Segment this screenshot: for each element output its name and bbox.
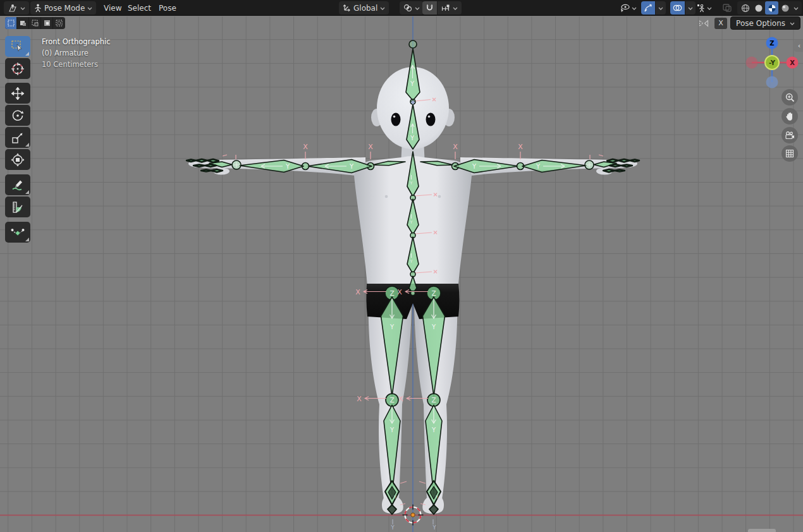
svg-text:Z: Z bbox=[389, 289, 394, 297]
select-mode-set[interactable] bbox=[5, 17, 17, 29]
snap-settings-dropdown[interactable] bbox=[438, 1, 462, 15]
wireframe-globe-icon bbox=[741, 4, 750, 13]
svg-text:Y: Y bbox=[285, 163, 290, 170]
tool-measure[interactable] bbox=[5, 196, 30, 217]
move-icon bbox=[11, 87, 24, 100]
sidebar-toggle[interactable]: ‹ bbox=[794, 40, 803, 52]
select-box-icon bbox=[11, 40, 24, 52]
menu-select[interactable]: Select bbox=[123, 1, 156, 15]
menu-pose[interactable]: Pose bbox=[154, 1, 181, 15]
cursor-3d[interactable] bbox=[403, 505, 424, 526]
pivot-icon bbox=[403, 4, 412, 12]
svg-text:X: X bbox=[453, 143, 458, 151]
magnifier-icon bbox=[785, 93, 795, 102]
active-object: (0) Armature bbox=[42, 47, 111, 59]
select-mode-extend[interactable] bbox=[17, 17, 29, 29]
editor-type-button[interactable] bbox=[4, 1, 29, 15]
xray-icon bbox=[722, 3, 732, 13]
snapping-group bbox=[422, 1, 462, 15]
camera-view-button[interactable] bbox=[782, 127, 798, 143]
pivot-point-dropdown[interactable] bbox=[400, 1, 424, 15]
svg-text:X: X bbox=[355, 288, 360, 296]
svg-text:Y: Y bbox=[536, 163, 541, 170]
tool-rotate[interactable] bbox=[5, 105, 30, 126]
tool-annotate[interactable] bbox=[5, 174, 30, 195]
svg-text:Y: Y bbox=[389, 426, 395, 433]
show-overlays-toggle[interactable] bbox=[670, 1, 685, 15]
solid-sphere-icon bbox=[754, 4, 763, 13]
editor-3d-viewport-icon bbox=[8, 4, 18, 13]
tool-scale[interactable] bbox=[5, 127, 30, 148]
transform-orientation-dropdown[interactable]: Global bbox=[339, 1, 389, 15]
measure-icon bbox=[11, 201, 24, 214]
pan-button[interactable] bbox=[782, 108, 798, 124]
shading-solid-button[interactable] bbox=[752, 1, 765, 15]
tool-cursor[interactable] bbox=[5, 58, 30, 79]
snap-toggle-button[interactable] bbox=[422, 1, 437, 15]
svg-text:X: X bbox=[357, 395, 362, 403]
view-name: Front Orthographic bbox=[42, 36, 111, 47]
transform-icon bbox=[11, 153, 25, 167]
svg-text:X: X bbox=[397, 288, 402, 296]
gizmo-z-label: Z bbox=[769, 40, 774, 47]
mirror-x-toggle[interactable]: X bbox=[714, 18, 727, 29]
gizmo-dropdown[interactable] bbox=[656, 1, 666, 15]
svg-text:Y: Y bbox=[349, 163, 354, 170]
mode-dropdown[interactable]: Pose Mode bbox=[30, 1, 96, 15]
overlays-dropdown[interactable] bbox=[685, 1, 696, 15]
svg-text:Y: Y bbox=[431, 426, 436, 433]
shading-rendered-button[interactable] bbox=[778, 1, 792, 15]
select-mode-group bbox=[5, 17, 65, 29]
shading-mode-group bbox=[737, 1, 802, 15]
shading-wireframe-button[interactable] bbox=[739, 1, 752, 15]
svg-text:Y: Y bbox=[435, 495, 438, 500]
tool-transform[interactable] bbox=[5, 149, 30, 170]
viewport-canvas[interactable]: Y Y Y Y Y Y Y Y Y Y Y Y Y Y Y Z Z Z bbox=[0, 0, 803, 532]
annotate-pencil-icon bbox=[11, 179, 24, 191]
ortho-grid-button[interactable] bbox=[782, 145, 798, 162]
tool-pose-breakdowner[interactable] bbox=[5, 222, 30, 243]
tool-move[interactable] bbox=[5, 83, 30, 104]
svg-text:Y: Y bbox=[431, 323, 436, 330]
tool-settings-right: X Pose Options bbox=[696, 16, 800, 30]
svg-text:Y: Y bbox=[410, 259, 413, 264]
camera-icon bbox=[785, 131, 795, 140]
svg-text:X: X bbox=[303, 143, 308, 151]
grid-icon bbox=[785, 149, 794, 158]
pose-options-dropdown[interactable]: Pose Options bbox=[730, 16, 800, 30]
select-mode-invert[interactable] bbox=[41, 17, 53, 29]
select-mode-subtract[interactable] bbox=[29, 17, 41, 29]
svg-text:Y: Y bbox=[472, 163, 477, 170]
pose-display-dropdown[interactable] bbox=[697, 1, 712, 15]
select-mode-intersect[interactable] bbox=[53, 17, 65, 29]
navigation-gizmo[interactable]: Z X -Y bbox=[744, 35, 800, 92]
pose-inbetween-icon bbox=[11, 227, 25, 238]
grid-scale: 10 Centimeters bbox=[42, 59, 111, 70]
hand-icon bbox=[785, 112, 794, 121]
bottom-right-sliver bbox=[748, 529, 776, 532]
svg-text:Z: Z bbox=[431, 396, 436, 404]
zoom-button[interactable] bbox=[782, 89, 798, 106]
svg-text:X: X bbox=[368, 143, 373, 151]
symmetry-button[interactable] bbox=[696, 17, 711, 30]
symmetry-butterfly-icon bbox=[699, 19, 709, 28]
cursor-tool-icon bbox=[11, 62, 25, 76]
xray-toggle[interactable] bbox=[722, 1, 732, 15]
svg-text:Y: Y bbox=[410, 181, 413, 186]
rotate-icon bbox=[11, 109, 24, 122]
header-bar: Pose Mode View Select Pose Global bbox=[0, 0, 803, 16]
object-visibility-dropdown[interactable] bbox=[620, 1, 637, 15]
visibility-eye-icon bbox=[620, 4, 630, 13]
tool-select-box[interactable] bbox=[5, 36, 30, 57]
gizmo-neg-x-ball[interactable] bbox=[746, 57, 758, 69]
svg-text:Z: Z bbox=[389, 396, 394, 404]
shading-material-button[interactable] bbox=[765, 1, 778, 15]
show-gizmo-toggle[interactable] bbox=[641, 1, 655, 15]
gizmo-neg-z-ball[interactable] bbox=[766, 76, 778, 88]
svg-text:Y: Y bbox=[432, 524, 436, 531]
svg-text:Y: Y bbox=[410, 80, 415, 87]
overlays-group bbox=[670, 1, 696, 15]
svg-text:X: X bbox=[398, 395, 403, 403]
gizmo-icon bbox=[644, 4, 653, 13]
blender-window: Y Y Y Y Y Y Y Y Y Y Y Y Y Y Y Z Z Z bbox=[0, 0, 803, 532]
